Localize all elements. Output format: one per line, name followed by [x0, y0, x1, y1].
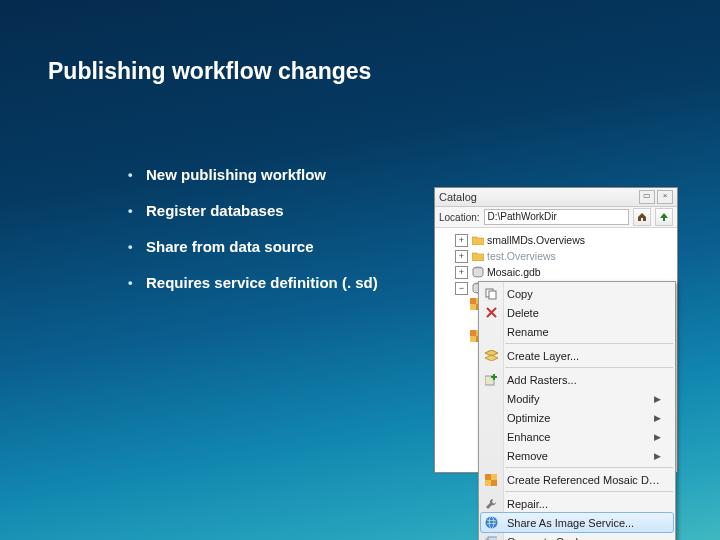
- svg-rect-2: [470, 298, 476, 304]
- wrench-icon: [483, 496, 499, 512]
- svg-rect-19: [485, 480, 491, 486]
- location-value: D:\PathWorkDir: [488, 211, 557, 222]
- location-field[interactable]: D:\PathWorkDir: [484, 209, 629, 225]
- expand-toggle[interactable]: +: [455, 250, 468, 263]
- catalog-titlebar: Catalog ▭ ×: [435, 188, 677, 207]
- svg-rect-8: [470, 330, 476, 336]
- menu-item-add-rasters[interactable]: Add Rasters...: [479, 370, 675, 389]
- submenu-arrow-icon: ▶: [654, 413, 661, 423]
- menu-items: Copy Delete Rename Create Layer... Add R…: [479, 282, 675, 540]
- layer-icon: [483, 348, 499, 364]
- svg-point-21: [485, 517, 497, 529]
- submenu-arrow-icon: ▶: [654, 451, 661, 461]
- tree-label: smallMDs.Overviews: [487, 234, 585, 246]
- menu-separator: [505, 367, 673, 368]
- menu-label: Remove: [507, 450, 648, 462]
- up-button[interactable]: [655, 208, 673, 226]
- folder-icon: [471, 234, 484, 246]
- bullet-item: Register databases: [128, 203, 378, 218]
- menu-label: Modify: [507, 393, 648, 405]
- svg-rect-10: [470, 336, 476, 342]
- menu-label: Create Layer...: [507, 350, 661, 362]
- bullet-item: Requires service definition (. sd): [128, 275, 378, 290]
- globe-icon: [483, 515, 499, 531]
- menu-item-create-referenced[interactable]: Create Referenced Mosaic Dataset...: [479, 470, 675, 489]
- slide-title: Publishing workflow changes: [48, 58, 371, 85]
- cache-icon: [483, 534, 499, 541]
- menu-label: Create Referenced Mosaic Dataset...: [507, 474, 661, 486]
- menu-item-generate-cache[interactable]: Generate Cache...: [479, 532, 675, 540]
- autohide-button[interactable]: ▭: [639, 190, 655, 204]
- bullet-text: Share from data source: [146, 238, 314, 255]
- svg-rect-20: [491, 480, 497, 486]
- geodatabase-icon: [471, 266, 484, 278]
- home-button[interactable]: [633, 208, 651, 226]
- menu-label: Repair...: [507, 498, 661, 510]
- catalog-toolbar: Location: D:\PathWorkDir: [435, 207, 677, 228]
- expand-toggle[interactable]: +: [455, 234, 468, 247]
- menu-label: Copy: [507, 288, 661, 300]
- bullet-item: Share from data source: [128, 239, 378, 254]
- menu-label: Generate Cache...: [507, 536, 661, 541]
- menu-label: Share As Image Service...: [507, 517, 659, 529]
- tree-row[interactable]: + Mosaic.gdb: [441, 264, 675, 280]
- tree-row[interactable]: + smallMDs.Overviews: [441, 232, 675, 248]
- submenu-arrow-icon: ▶: [654, 394, 661, 404]
- tree-label: Mosaic.gdb: [487, 266, 541, 278]
- submenu-arrow-icon: ▶: [654, 432, 661, 442]
- menu-item-remove[interactable]: Remove ▶: [479, 446, 675, 465]
- bullet-list: New publishing workflow Register databas…: [88, 167, 378, 311]
- menu-separator: [505, 467, 673, 468]
- menu-label: Delete: [507, 307, 661, 319]
- mosaic-icon: [483, 472, 499, 488]
- menu-separator: [505, 491, 673, 492]
- menu-item-optimize[interactable]: Optimize ▶: [479, 408, 675, 427]
- bullet-item: New publishing workflow: [128, 167, 378, 182]
- menu-item-create-layer[interactable]: Create Layer...: [479, 346, 675, 365]
- catalog-title-label: Catalog: [439, 191, 477, 203]
- folder-icon: [471, 250, 484, 262]
- menu-item-modify[interactable]: Modify ▶: [479, 389, 675, 408]
- tree-row[interactable]: + test.Overviews: [441, 248, 675, 264]
- menu-separator: [505, 343, 673, 344]
- location-label: Location:: [439, 212, 480, 223]
- copy-icon: [483, 286, 499, 302]
- menu-item-rename[interactable]: Rename: [479, 322, 675, 341]
- slide: Publishing workflow changes New publishi…: [0, 0, 720, 540]
- svg-rect-18: [491, 474, 497, 480]
- bullet-text: Requires service definition (. sd): [146, 274, 378, 291]
- delete-icon: [483, 305, 499, 321]
- up-arrow-icon: [659, 212, 669, 222]
- svg-rect-15: [489, 291, 496, 299]
- context-menu: Copy Delete Rename Create Layer... Add R…: [478, 281, 676, 540]
- home-icon: [637, 212, 647, 222]
- svg-rect-17: [485, 474, 491, 480]
- menu-item-share-image-service[interactable]: Share As Image Service...: [481, 513, 673, 532]
- tree-label: test.Overviews: [487, 250, 556, 262]
- menu-label: Optimize: [507, 412, 648, 424]
- menu-item-copy[interactable]: Copy: [479, 284, 675, 303]
- menu-label: Add Rasters...: [507, 374, 661, 386]
- menu-item-delete[interactable]: Delete: [479, 303, 675, 322]
- menu-label: Rename: [507, 326, 661, 338]
- menu-label: Enhance: [507, 431, 648, 443]
- bullet-text: New publishing workflow: [146, 166, 326, 183]
- expand-toggle[interactable]: −: [455, 282, 468, 295]
- bullet-text: Register databases: [146, 202, 284, 219]
- close-button[interactable]: ×: [657, 190, 673, 204]
- expand-toggle[interactable]: +: [455, 266, 468, 279]
- svg-rect-4: [470, 304, 476, 310]
- svg-rect-24: [488, 537, 497, 541]
- menu-item-enhance[interactable]: Enhance ▶: [479, 427, 675, 446]
- menu-item-repair[interactable]: Repair...: [479, 494, 675, 513]
- add-icon: [483, 372, 499, 388]
